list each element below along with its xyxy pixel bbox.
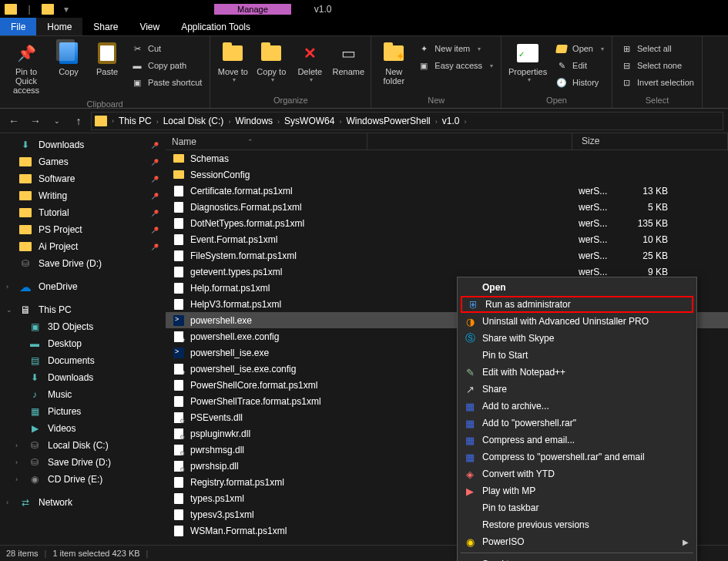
sidebar-item[interactable]: Documents — [0, 352, 166, 369]
recent-locations-button[interactable]: ⌄ — [48, 112, 66, 130]
context-menu-item[interactable]: Compress to "powershell.rar" and email — [459, 448, 695, 465]
context-menu-item[interactable]: Play with MP — [459, 482, 695, 499]
context-menu-item[interactable]: Pin to Start — [459, 347, 695, 364]
context-menu-item[interactable]: PowerISO▶ — [459, 533, 695, 550]
up-button[interactable]: ↑ — [69, 112, 88, 130]
context-menu-item[interactable]: Open — [459, 279, 695, 296]
column-headers[interactable]: Name Size — [166, 133, 728, 150]
breadcrumb-segment[interactable]: WindowsPowerShell — [343, 116, 433, 126]
file-row[interactable]: Certificate.format.ps1xmlwerS...13 KB — [166, 183, 728, 199]
manage-tab-label[interactable]: Manage — [214, 4, 291, 15]
sidebar-item[interactable]: ›Local Disk (C:) — [0, 437, 166, 454]
file-row[interactable]: Event.Format.ps1xmlwerS...10 KB — [166, 231, 728, 247]
history-button[interactable]: 🕘History — [552, 75, 607, 90]
sidebar-item[interactable]: Writing📍 — [0, 187, 166, 204]
context-menu-item[interactable]: Add to "powershell.rar" — [459, 415, 695, 432]
chevron-right-icon[interactable]: › — [110, 117, 116, 125]
column-date[interactable] — [367, 133, 572, 149]
expand-icon[interactable]: › — [6, 499, 8, 506]
paste-button[interactable]: Paste — [89, 38, 125, 79]
new-folder-button[interactable]: New folder — [376, 38, 411, 89]
easy-access-button[interactable]: ▣Easy access — [414, 58, 496, 73]
expand-icon[interactable]: › — [15, 442, 18, 449]
move-to-button[interactable]: Move to — [215, 38, 250, 86]
qat-dropdown-icon[interactable]: ▾ — [59, 2, 74, 17]
context-menu-item[interactable]: Edit with Notepad++ — [459, 364, 695, 381]
context-menu-item[interactable]: Restore previous versions — [459, 516, 695, 533]
navigation-pane[interactable]: Downloads📍Games📍Software📍Writing📍Tutoria… — [0, 133, 166, 545]
invert-selection-button[interactable]: ⊡Invert selection — [617, 75, 697, 90]
paste-shortcut-button[interactable]: ▣Paste shortcut — [128, 75, 205, 90]
sidebar-item[interactable]: ›CD Drive (E:) — [0, 471, 166, 488]
breadcrumb-segment[interactable]: SysWOW64 — [281, 116, 337, 126]
tab-home[interactable]: Home — [36, 18, 82, 35]
sidebar-item[interactable]: Pictures — [0, 403, 166, 420]
delete-button[interactable]: ✕Delete — [292, 38, 327, 86]
expand-icon[interactable]: › — [15, 475, 18, 483]
file-row[interactable]: SessionConfig — [166, 166, 728, 183]
expand-icon[interactable]: ⌄ — [6, 306, 12, 314]
chevron-right-icon[interactable]: › — [155, 118, 160, 126]
chevron-right-icon[interactable]: › — [276, 118, 281, 126]
chevron-right-icon[interactable]: › — [434, 118, 439, 126]
column-name[interactable]: Name — [166, 133, 367, 149]
sidebar-item[interactable]: ›Save Drive (D:) — [0, 454, 166, 471]
pin-to-quick-access-button[interactable]: 📌Pin to Quick access — [5, 38, 48, 98]
sidebar-item[interactable]: Music — [0, 386, 166, 403]
sidebar-item[interactable]: ›OneDrive — [0, 278, 166, 295]
context-menu-item[interactable]: Pin to taskbar — [459, 499, 695, 516]
properties-button[interactable]: Properties — [506, 38, 549, 86]
address-bar[interactable]: › This PC›Local Disk (C:)›Windows›SysWOW… — [91, 112, 723, 130]
sidebar-item[interactable]: Downloads📍 — [0, 136, 166, 153]
context-menu-item[interactable]: Send to▶ — [459, 556, 695, 561]
tab-file[interactable]: File — [0, 18, 36, 35]
column-size[interactable]: Size — [572, 133, 728, 149]
breadcrumb-segment[interactable]: Local Disk (C:) — [160, 116, 227, 126]
breadcrumb-segment[interactable]: v1.0 — [439, 116, 463, 126]
sidebar-item[interactable]: Software📍 — [0, 170, 166, 187]
expand-icon[interactable]: › — [15, 459, 18, 466]
expand-icon[interactable]: › — [6, 283, 8, 291]
context-menu-item[interactable]: Share — [459, 381, 695, 398]
select-all-button[interactable]: ⊞Select all — [617, 41, 697, 56]
tab-application-tools[interactable]: Application Tools — [170, 18, 261, 35]
tab-share[interactable]: Share — [82, 18, 129, 35]
sidebar-item[interactable]: Ai Project📍 — [0, 238, 166, 255]
sidebar-item[interactable]: Tutorial📍 — [0, 204, 166, 221]
file-row[interactable]: Schemas — [166, 150, 728, 166]
file-row[interactable]: FileSystem.format.ps1xmlwerS...25 KB — [166, 247, 728, 264]
sidebar-item[interactable]: ›Network — [0, 494, 166, 511]
context-menu-item[interactable]: Uninstall with Advanced Uninstaller PRO — [459, 313, 695, 330]
context-menu-item[interactable]: Run as administrator — [461, 296, 693, 313]
back-button[interactable]: ← — [5, 112, 23, 130]
sidebar-item[interactable]: 3D Objects — [0, 318, 166, 335]
rename-button[interactable]: ▭Rename — [330, 38, 366, 79]
edit-button[interactable]: ✎Edit — [552, 58, 607, 73]
open-button[interactable]: Open — [552, 41, 607, 56]
forward-button[interactable]: → — [26, 112, 45, 130]
sidebar-item[interactable]: Downloads — [0, 369, 166, 386]
file-row[interactable]: Diagnostics.Format.ps1xmlwerS...5 KB — [166, 199, 728, 215]
sidebar-item[interactable]: PS Project📍 — [0, 221, 166, 238]
file-row[interactable]: DotNetTypes.format.ps1xmlwerS...135 KB — [166, 215, 728, 231]
breadcrumb-segment[interactable]: Windows — [232, 116, 276, 126]
sidebar-item[interactable]: Games📍 — [0, 153, 166, 170]
sidebar-item[interactable]: Desktop — [0, 335, 166, 352]
sidebar-item[interactable]: Videos — [0, 420, 166, 437]
context-menu-item[interactable]: Compress and email... — [459, 432, 695, 448]
copy-to-button[interactable]: Copy to — [253, 38, 289, 86]
breadcrumb-segment[interactable]: This PC — [116, 116, 155, 126]
new-item-button[interactable]: ✦New item — [414, 41, 496, 56]
sidebar-item[interactable]: Save Drive (D:) — [0, 255, 166, 272]
select-none-button[interactable]: ⊟Select none — [617, 58, 697, 73]
tab-view[interactable]: View — [129, 18, 170, 35]
cut-button[interactable]: ✂Cut — [128, 41, 205, 56]
chevron-right-icon[interactable]: › — [462, 118, 468, 126]
copy-button[interactable]: Copy — [51, 38, 86, 79]
share-icon — [464, 383, 476, 395]
sidebar-item[interactable]: ⌄This PC — [0, 301, 166, 318]
context-menu-item[interactable]: Convert with YTD — [459, 465, 695, 482]
copy-path-button[interactable]: ▬Copy path — [128, 58, 205, 73]
context-menu-item[interactable]: Share with Skype — [459, 330, 695, 347]
context-menu-item[interactable]: Add to archive... — [459, 398, 695, 415]
